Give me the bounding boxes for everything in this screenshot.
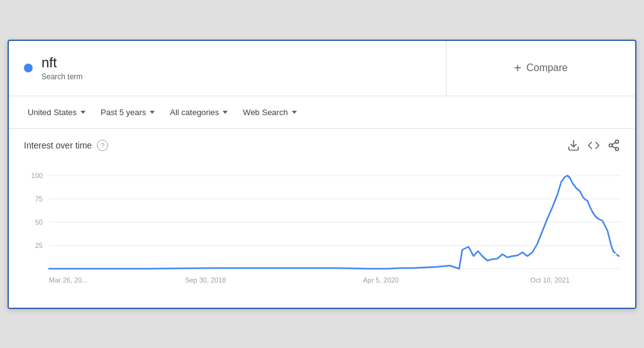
x-label-mar2017: Mar 26, 20... [49, 276, 87, 283]
svg-line-5 [612, 142, 616, 144]
y-label-100: 100 [31, 171, 43, 179]
x-label-apr2020: Apr 5, 2020 [363, 276, 399, 283]
compare-section[interactable]: + Compare [447, 41, 635, 96]
search-header: nft Search term + Compare [9, 41, 635, 96]
search-term-section: nft Search term [9, 41, 447, 96]
svg-line-4 [612, 146, 616, 148]
x-label-oct2021: Oct 10, 2021 [530, 276, 570, 283]
term-color-dot [24, 64, 33, 72]
term-text-block: nft Search term [42, 55, 82, 81]
chart-actions [567, 139, 620, 152]
search-type-filter[interactable]: Web Search [236, 104, 303, 121]
chart-header: Interest over time ? [9, 129, 635, 157]
chart-title: Interest over time [24, 140, 92, 150]
chart-container: 100 75 50 25 Mar 26, 20... Sep 30, 2018 … [9, 157, 635, 308]
embed-icon[interactable] [587, 139, 600, 152]
region-filter[interactable]: United States [21, 104, 92, 121]
search-term-label: Search term [42, 72, 82, 81]
category-chevron-icon [223, 111, 228, 114]
help-icon[interactable]: ? [97, 140, 108, 151]
y-label-50: 50 [35, 218, 43, 225]
compare-label: Compare [526, 62, 568, 74]
category-filter[interactable]: All categories [164, 104, 234, 121]
chart-title-group: Interest over time ? [24, 140, 108, 151]
region-chevron-icon [80, 111, 86, 114]
x-label-sep2018: Sep 30, 2018 [185, 276, 226, 283]
time-chevron-icon [150, 111, 155, 114]
y-label-25: 25 [35, 241, 43, 249]
time-filter-label: Past 5 years [101, 108, 146, 117]
time-filter[interactable]: Past 5 years [94, 104, 161, 121]
trend-chart-svg: 100 75 50 25 Mar 26, 20... Sep 30, 2018 … [24, 157, 620, 295]
trend-line-dotted [613, 251, 620, 257]
download-icon[interactable] [567, 139, 580, 152]
share-icon[interactable] [608, 139, 620, 152]
region-filter-label: United States [28, 108, 77, 117]
compare-button[interactable]: + Compare [504, 56, 578, 81]
search-term: nft [42, 55, 82, 71]
compare-plus-icon: + [514, 61, 521, 76]
y-label-75: 75 [35, 194, 43, 202]
category-filter-label: All categories [170, 108, 219, 117]
filter-bar: United States Past 5 years All categorie… [9, 96, 635, 129]
main-window: nft Search term + Compare United States … [8, 40, 636, 309]
search-type-chevron-icon [292, 111, 297, 114]
chart-area: Interest over time ? [9, 129, 635, 308]
search-type-filter-label: Web Search [243, 108, 287, 117]
